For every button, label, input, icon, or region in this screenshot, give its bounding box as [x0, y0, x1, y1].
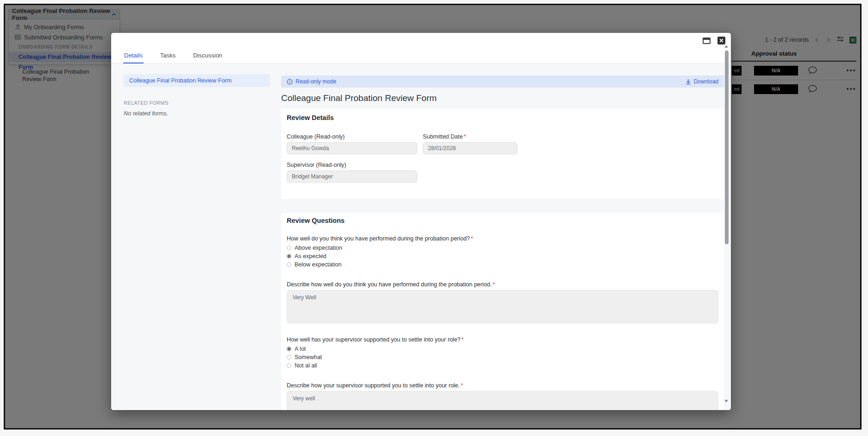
scrollbar-down-arrow[interactable] [724, 400, 728, 403]
radio-option-label: Below expectation [295, 261, 341, 268]
required-marker: * [461, 336, 464, 343]
review-details-fields: Colleague (Read-only) Reethu Gowda Submi… [287, 133, 718, 190]
radio-option-a-lot[interactable]: A lot [287, 345, 718, 353]
review-details-heading: Review Details [287, 114, 718, 121]
required-marker: * [461, 382, 463, 389]
field-colleague: Colleague (Read-only) Reethu Gowda [287, 133, 423, 154]
form-details-modal: Details Tasks Discussion Colleague Final… [111, 33, 731, 410]
radio-option-label: As expected [295, 253, 327, 259]
download-icon [686, 79, 691, 85]
supervisor-support-textarea[interactable]: Very well [287, 391, 718, 410]
modal-body: Colleague Final Probation Review Form RE… [111, 64, 731, 410]
form-nav-panel: Colleague Final Probation Review Form RE… [124, 74, 270, 117]
app-window: Colleague Final Probation Review Form My… [4, 4, 862, 430]
scrollbar-thumb[interactable] [725, 51, 729, 244]
tab-tasks[interactable]: Tasks [159, 49, 176, 63]
performance-description-textarea[interactable]: Very Well [287, 290, 718, 323]
field-label: Colleague (Read-only) [287, 133, 423, 140]
radio-option-somewhat[interactable]: Somewhat [287, 354, 718, 361]
scrollbar-up-arrow[interactable] [724, 45, 728, 48]
info-icon [287, 79, 293, 85]
radio-icon[interactable] [287, 355, 291, 360]
question-label: How well do you think you have performed… [287, 235, 718, 242]
radio-icon-checked[interactable] [287, 254, 291, 259]
readonly-banner-left: Read-only mode [287, 78, 336, 85]
download-button[interactable]: Download [686, 78, 718, 85]
question-label: Describe how your supervisor supported y… [287, 382, 718, 389]
form-nav-link[interactable]: Colleague Final Probation Review Form [124, 74, 270, 87]
form-title: Colleague Final Probation Review Form [281, 93, 724, 103]
field-label: Submitted Date* [423, 133, 718, 140]
related-forms-label: RELATED FORMS [124, 100, 270, 106]
radio-option-label: Not al all [295, 362, 317, 369]
readonly-mode-label: Read-only mode [296, 78, 336, 85]
review-questions-card: Review Questions How well do you think y… [281, 213, 724, 410]
modal-window-controls [703, 37, 725, 44]
download-label: Download [694, 78, 718, 85]
supervisor-input[interactable]: Bridget Manager [287, 171, 417, 183]
radio-option-not-at-all[interactable]: Not al all [287, 362, 718, 369]
field-submitted-date: Submitted Date* 28/01/2026 [423, 133, 718, 154]
radio-icon[interactable] [287, 262, 291, 267]
colleague-input[interactable]: Reethu Gowda [287, 142, 417, 154]
required-marker: * [471, 235, 473, 242]
tab-details[interactable]: Details [123, 49, 144, 63]
question-label: Describe how well do you think you have … [287, 281, 718, 288]
radio-option-above-expectation[interactable]: Above expectation [287, 244, 718, 252]
required-marker: * [464, 133, 466, 140]
radio-icon-checked[interactable] [287, 347, 291, 351]
question-label: How well has your supervisor supported y… [287, 336, 718, 343]
tab-discussion[interactable]: Discussion [192, 49, 223, 63]
radio-option-label: Above expectation [295, 245, 342, 251]
required-marker: * [493, 281, 495, 288]
radio-option-as-expected[interactable]: As expected [287, 253, 718, 260]
radio-icon[interactable] [287, 246, 291, 250]
readonly-banner: Read-only mode Download [281, 76, 724, 88]
modal-tabs: Details Tasks Discussion [111, 49, 731, 63]
related-forms-empty: No related forms. [124, 110, 270, 117]
radio-option-label: A lot [295, 346, 306, 352]
radio-icon[interactable] [287, 363, 291, 368]
review-questions-heading: Review Questions [287, 217, 718, 224]
radio-option-below-expectation[interactable]: Below expectation [287, 261, 718, 268]
field-supervisor: Supervisor (Read-only) Bridget Manager [287, 162, 423, 183]
close-icon[interactable] [717, 37, 725, 44]
form-content: Read-only mode Download Colleague Final … [281, 64, 724, 410]
field-label: Supervisor (Read-only) [287, 162, 423, 168]
submitted-date-input[interactable]: 28/01/2026 [423, 142, 517, 154]
maximize-icon[interactable] [703, 38, 711, 44]
radio-option-label: Somewhat [295, 354, 322, 360]
review-details-card: Review Details Colleague (Read-only) Ree… [281, 109, 724, 199]
